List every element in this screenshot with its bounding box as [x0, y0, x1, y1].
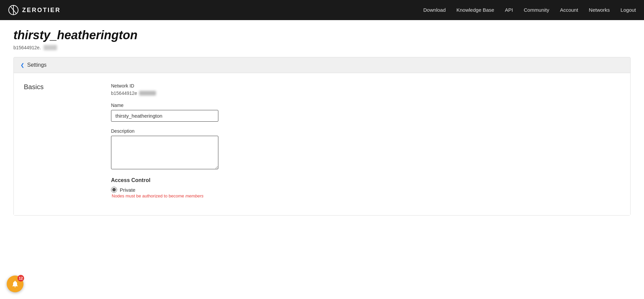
- nav-networks[interactable]: Networks: [589, 7, 610, 13]
- nav-account[interactable]: Account: [560, 7, 578, 13]
- network-id-text: b15644912e: [111, 91, 137, 96]
- nav-knowledge-base[interactable]: Knowledge Base: [457, 7, 494, 13]
- description-label: Description: [111, 128, 279, 134]
- notification-bell[interactable]: 12: [7, 276, 23, 292]
- nav-links: Download Knowledge Base API Community Ac…: [423, 7, 636, 13]
- private-radio[interactable]: [111, 187, 117, 193]
- private-radio-item: Private Nodes must be authorized to beco…: [111, 187, 279, 198]
- name-group: Name: [111, 103, 279, 122]
- navbar: ZEROTIER Download Knowledge Base API Com…: [0, 0, 644, 20]
- access-control-label: Access Control: [111, 177, 279, 183]
- access-control-group: Access Control Private Nodes must be aut…: [111, 177, 279, 198]
- network-id-blurred: [44, 45, 57, 50]
- network-id-group: Network ID b15644912e: [111, 83, 279, 96]
- network-id-prefix: b15644912e.: [13, 45, 41, 50]
- private-radio-label: Private: [120, 187, 136, 193]
- name-input[interactable]: [111, 110, 218, 122]
- radio-group: Private Nodes must be authorized to beco…: [111, 187, 279, 198]
- notification-badge: 12: [17, 275, 24, 282]
- nav-download[interactable]: Download: [423, 7, 446, 13]
- network-title: thirsty_heatherington: [13, 28, 631, 42]
- description-textarea[interactable]: [111, 136, 218, 169]
- settings-body: Basics Network ID b15644912e Name: [14, 73, 630, 215]
- logo-text: ZEROTIER: [22, 7, 61, 14]
- settings-header[interactable]: ❮ Settings: [14, 57, 630, 73]
- private-desc-text: Nodes must be authorized to become: [112, 193, 185, 198]
- nav-api[interactable]: API: [505, 7, 513, 13]
- private-radio-row: Private: [111, 187, 279, 193]
- logo-icon: [8, 5, 19, 15]
- nav-community[interactable]: Community: [524, 7, 549, 13]
- private-radio-desc: Nodes must be authorized to become membe…: [112, 193, 279, 198]
- network-id-blurred-inline: [139, 91, 156, 96]
- name-label: Name: [111, 103, 279, 108]
- private-desc-italic: members: [185, 193, 204, 198]
- description-group: Description: [111, 128, 279, 171]
- nav-logout[interactable]: Logout: [621, 7, 636, 13]
- basics-fields: Network ID b15644912e Name Description: [111, 83, 279, 205]
- basics-label: Basics: [24, 83, 91, 205]
- network-id-header: b15644912e.: [13, 45, 631, 50]
- settings-section: ❮ Settings Basics Network ID b15644912e: [13, 57, 631, 216]
- network-id-label: Network ID: [111, 83, 279, 88]
- network-id-value: b15644912e: [111, 91, 279, 96]
- basics-row: Basics Network ID b15644912e Name: [14, 73, 630, 215]
- page-content: thirsty_heatherington b15644912e. ❮ Sett…: [0, 20, 644, 229]
- logo[interactable]: ZEROTIER: [8, 5, 61, 15]
- settings-header-label: Settings: [27, 62, 47, 68]
- chevron-down-icon: ❮: [20, 62, 24, 68]
- bell-icon: [11, 280, 19, 288]
